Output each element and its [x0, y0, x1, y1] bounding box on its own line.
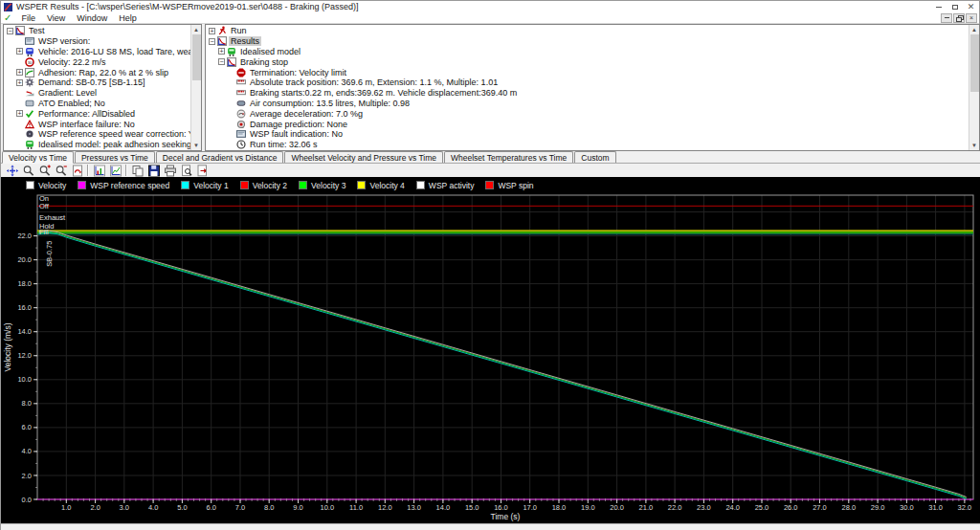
tree-item[interactable]: Average deceleration: 7.0 %g — [206, 108, 969, 119]
svg-text:25.0: 25.0 — [755, 503, 769, 512]
zoom-reset-tool[interactable] — [69, 164, 85, 177]
pan-tool[interactable] — [4, 164, 20, 177]
print-preview-tool[interactable] — [178, 164, 194, 177]
menu-help[interactable]: Help — [113, 13, 143, 23]
scroll-thumb[interactable] — [192, 34, 201, 80]
tree-item[interactable]: Damage prediction: None — [206, 119, 969, 129]
scroll-thumb[interactable] — [970, 34, 979, 92]
tree-item-label: Absolute track position: 369.6 m, Extens… — [248, 77, 500, 87]
tree-item-label: Velocity: 22.2 m/s — [36, 57, 108, 67]
menu-view[interactable]: View — [41, 13, 71, 23]
tree-item[interactable]: Idealised model: peak adhesion seeking — [4, 140, 190, 150]
expand-toggle[interactable]: + — [209, 28, 215, 34]
close-button[interactable]: ✕ — [963, 2, 979, 12]
tab-pressures-vs-time[interactable]: Pressures vs Time — [75, 151, 155, 163]
svg-text:Exhaust: Exhaust — [39, 213, 66, 222]
toolbar-separator — [87, 165, 89, 176]
zoom-out-tool[interactable] — [53, 164, 69, 177]
svg-text:7.0: 7.0 — [235, 503, 245, 512]
tree-item[interactable]: ATO Enabled; No — [4, 99, 190, 109]
svg-text:20.0: 20.0 — [17, 255, 32, 264]
tree-item[interactable]: +Run — [206, 26, 969, 36]
child-minimize-button[interactable] — [941, 13, 952, 23]
tree-item[interactable]: Absolute track position: 369.6 m, Extens… — [206, 77, 969, 88]
scroll-down-icon[interactable]: ▼ — [191, 141, 202, 150]
chart-tab-bar: Velocity vs TimePressures vs TimeDecel a… — [1, 151, 980, 164]
tab-wheelset-temperatures-vs-time[interactable]: Wheelset Temperatures vs Time — [444, 151, 573, 163]
right-tree-scrollbar[interactable]: ▲ ▼ — [969, 25, 979, 150]
title-bar: WSPER Results - [C:\wsper\Series\M-WSPER… — [1, 1, 979, 12]
velocity-time-chart[interactable]: 1.02.03.04.05.06.07.08.09.010.011.012.01… — [1, 192, 980, 523]
tree-item[interactable]: +Performance: AllDisabled — [4, 108, 190, 119]
scroll-down-icon[interactable]: ▼ — [969, 141, 980, 150]
tree-item[interactable]: Air consumption: 13.5 litres, Multiple: … — [206, 99, 969, 109]
expand-toggle[interactable]: + — [16, 48, 23, 55]
tree-item[interactable]: WSP interface failure: No — [4, 119, 190, 129]
tree-item[interactable]: WSP version: — [4, 36, 190, 47]
legend-item: Velocity — [26, 181, 66, 190]
tree-item[interactable]: −Braking stop — [206, 56, 969, 67]
tree-item-label: Performance: AllDisabled — [36, 109, 137, 119]
tab-velocity-vs-time[interactable]: Velocity vs Time — [2, 151, 74, 164]
tree-item[interactable]: +Idealised model — [206, 47, 969, 57]
expand-toggle[interactable]: − — [218, 58, 225, 65]
tree-item[interactable]: WSP fault indication: No — [206, 129, 969, 140]
tree-item-label: Run time: 32.06 s — [248, 140, 320, 149]
tree-item-label: Test — [27, 26, 47, 35]
maximize-button[interactable] — [947, 2, 963, 12]
tree-item[interactable]: Termination: Velocity limit — [206, 67, 969, 77]
export-tool[interactable] — [194, 164, 211, 177]
tree-item[interactable]: +Demand: SB-0.75 [SB-1.15] — [4, 77, 190, 88]
minimize-button[interactable] — [930, 2, 947, 12]
tree-item[interactable]: Braking starts:0.22 m, ends:369.62 m. Ve… — [206, 88, 969, 99]
child-close-button[interactable]: × — [966, 13, 977, 23]
svg-text:16.0: 16.0 — [494, 503, 508, 512]
expand-toggle[interactable]: − — [209, 38, 215, 45]
expand-toggle[interactable]: + — [16, 69, 23, 76]
pan-icon — [6, 165, 19, 177]
tree-item[interactable]: Run time: 32.06 s — [206, 140, 969, 150]
legend-label: Velocity 3 — [311, 181, 345, 190]
expand-toggle[interactable]: + — [16, 110, 23, 117]
legend-swatch — [240, 181, 249, 189]
graph-options-tool[interactable] — [91, 164, 107, 177]
left-tree-scrollbar[interactable]: ▲ ▼ — [190, 25, 201, 150]
tree-item[interactable]: +Adhesion: Rap, 22.0 % at 2 % slip — [4, 67, 190, 77]
legend-item: Velocity 2 — [240, 181, 287, 190]
svg-text:4.0: 4.0 — [148, 503, 158, 512]
graph-style-tool[interactable] — [107, 164, 123, 177]
copy-tool[interactable] — [129, 164, 145, 177]
tab-custom[interactable]: Custom — [574, 151, 615, 163]
tree-item[interactable]: 30Velocity: 22.2 m/s — [4, 56, 190, 67]
chart-panel: VelocityWSP reference speedVelocity 1Vel… — [1, 177, 980, 523]
tree-item[interactable]: −Test — [4, 26, 190, 36]
zoom-tool[interactable] — [20, 164, 36, 177]
expand-toggle[interactable]: − — [7, 28, 13, 34]
print-tool[interactable] — [162, 164, 178, 177]
child-restore-button[interactable] — [953, 13, 965, 23]
menu-file[interactable]: File — [15, 13, 41, 23]
svg-text:11.0: 11.0 — [349, 503, 363, 512]
tree-item-label: Average deceleration: 7.0 %g — [248, 109, 365, 119]
perf-icon — [25, 109, 34, 119]
svg-text:23.0: 23.0 — [697, 503, 711, 512]
zoom-in-tool[interactable] — [36, 164, 53, 177]
svg-text:Off: Off — [39, 202, 50, 210]
legend-swatch — [416, 181, 425, 189]
tree-item-label: ATO Enabled; No — [36, 99, 107, 108]
expand-toggle[interactable]: + — [16, 79, 23, 86]
svg-text:30.0: 30.0 — [900, 503, 914, 512]
menu-window[interactable]: Window — [71, 13, 113, 23]
tree-item[interactable]: +Vehicle: 2016-LU S8 MS, load Tare, wear… — [4, 47, 190, 57]
scroll-up-icon[interactable]: ▲ — [969, 25, 980, 34]
svg-text:10.0: 10.0 — [320, 503, 334, 512]
tree-item[interactable]: WSP reference speed wear correction: Yes — [4, 129, 190, 140]
save-tool[interactable] — [145, 164, 162, 177]
tree-item[interactable]: Gradient: Level — [4, 88, 190, 99]
expand-toggle[interactable]: + — [218, 48, 225, 55]
scroll-up-icon[interactable]: ▲ — [191, 25, 202, 34]
tree-item[interactable]: −Results — [206, 36, 969, 47]
tab-decel-and-gradient-vs-distance[interactable]: Decel and Gradient vs Distance — [156, 151, 284, 163]
legend-label: WSP reference speed — [90, 181, 169, 190]
tab-wheelset-velocity-and-pressure-vs-time[interactable]: Wheelset Velocity and Pressure vs Time — [284, 151, 443, 163]
